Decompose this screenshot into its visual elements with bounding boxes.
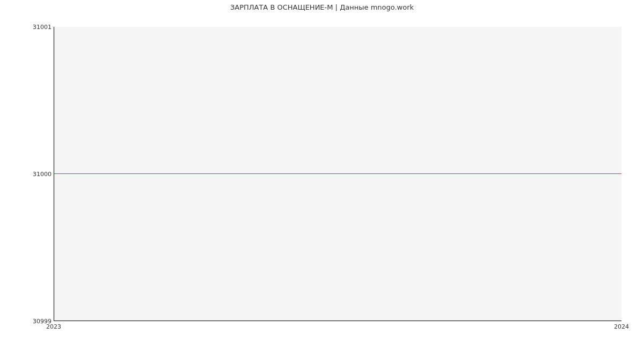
y-tick-label: 31000: [33, 171, 52, 178]
chart-title: ЗАРПЛАТА В ОСНАЩЕНИЕ-М | Данные mnogo.wo…: [0, 3, 644, 11]
plot-area: [54, 27, 621, 321]
x-tick-label: 2024: [614, 323, 629, 330]
chart-container: ЗАРПЛАТА В ОСНАЩЕНИЕ-М | Данные mnogo.wo…: [0, 0, 644, 349]
y-tick-label: 31001: [33, 24, 52, 31]
data-line: [54, 173, 621, 174]
x-tick-label: 2023: [46, 323, 61, 330]
